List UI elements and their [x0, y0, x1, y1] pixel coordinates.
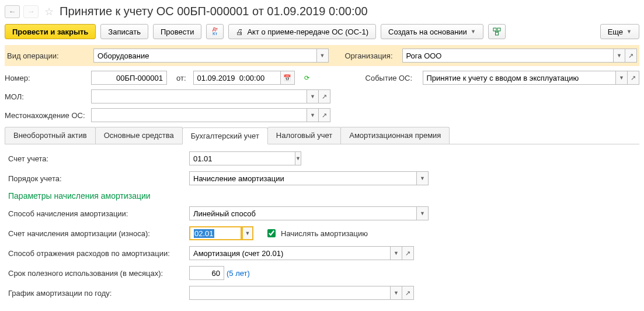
order-dropdown[interactable]: ▼ [417, 171, 429, 185]
life-label: Срок полезного использования (в месяцах)… [8, 269, 189, 278]
op-type-dropdown[interactable]: ▼ [317, 49, 329, 63]
org-open-button[interactable]: ↗ [625, 49, 637, 63]
op-type-input[interactable] [93, 49, 317, 63]
tab-tax-accounting[interactable]: Налоговый учет [267, 127, 341, 144]
order-input[interactable] [189, 171, 417, 185]
loc-label: Местонахождение ОС: [5, 111, 86, 120]
save-button[interactable]: Записать [100, 24, 148, 39]
am-checkbox-group[interactable]: Начислять амортизацию [265, 227, 368, 239]
post-and-close-button[interactable]: Провести и закрыть [5, 24, 96, 39]
am-checkbox-label: Начислять амортизацию [281, 229, 368, 238]
org-dropdown[interactable]: ▼ [614, 49, 625, 63]
exp-dropdown[interactable]: ▼ [391, 246, 402, 260]
schedule-label: График амортизации по году: [8, 289, 189, 298]
exp-input[interactable] [189, 246, 391, 260]
mol-label: МОЛ: [5, 92, 86, 101]
svg-rect-0 [493, 28, 496, 31]
method-input[interactable] [189, 206, 417, 220]
svg-rect-1 [497, 28, 500, 31]
svg-rect-2 [495, 32, 498, 35]
loc-input[interactable] [91, 108, 307, 122]
method-label: Способ начисления амортизации: [8, 209, 189, 218]
printer-icon: 🖨 [236, 27, 243, 36]
from-label: от: [176, 74, 186, 82]
nav-back-button[interactable]: ← [5, 5, 20, 18]
mol-input[interactable] [91, 89, 307, 103]
schedule-dropdown[interactable]: ▼ [391, 286, 402, 300]
life-hint: (5 лет) [227, 269, 250, 278]
favorite-star-icon[interactable]: ☆ [44, 5, 54, 18]
method-dropdown[interactable]: ▼ [417, 206, 429, 220]
org-label: Организация: [345, 51, 398, 60]
number-label: Номер: [5, 74, 86, 82]
dtkt-button[interactable]: ДтКт [206, 24, 224, 39]
date-input[interactable] [193, 71, 281, 85]
schedule-input[interactable] [189, 286, 391, 300]
number-input[interactable] [91, 71, 167, 85]
order-label: Порядок учета: [8, 174, 189, 183]
account-label: Счет учета: [8, 154, 189, 163]
more-button[interactable]: Еще▼ [600, 24, 639, 39]
exp-label: Способ отражения расходов по амортизации… [8, 249, 189, 258]
account-dropdown[interactable]: ▼ [295, 151, 301, 165]
nav-forward-button[interactable]: → [23, 5, 39, 18]
tab-fixed-assets[interactable]: Основные средства [95, 127, 183, 144]
op-type-label: Вид операции: [7, 51, 89, 60]
tab-depreciation-bonus[interactable]: Амортизационная премия [340, 127, 450, 144]
related-docs-button[interactable] [488, 24, 506, 39]
mol-open-button[interactable]: ↗ [319, 89, 330, 103]
post-button[interactable]: Провести [153, 24, 202, 39]
loc-dropdown[interactable]: ▼ [307, 108, 319, 122]
event-open-button[interactable]: ↗ [628, 71, 639, 85]
am-account-label: Счет начисления амортизации (износа): [8, 229, 189, 238]
mol-dropdown[interactable]: ▼ [307, 89, 319, 103]
org-input[interactable] [402, 49, 614, 63]
refresh-icon[interactable]: ⟳ [304, 74, 309, 82]
life-input[interactable] [189, 266, 224, 280]
event-input[interactable] [423, 71, 616, 85]
event-label: Событие ОС: [365, 74, 418, 82]
event-dropdown[interactable]: ▼ [616, 71, 628, 85]
tab-accounting[interactable]: Бухгалтерский учет [182, 127, 268, 144]
account-input[interactable] [189, 151, 295, 165]
am-account-dropdown[interactable]: ▼ [242, 226, 253, 240]
calendar-icon[interactable]: 📅 [281, 71, 295, 85]
exp-open-button[interactable]: ↗ [402, 246, 414, 260]
am-account-input[interactable]: 02.01 [189, 226, 242, 240]
page-title: Принятие к учету ОС 00БП-000001 от 01.09… [60, 5, 368, 18]
depreciation-section-header: Параметры начисления амортизации [8, 191, 636, 201]
schedule-open-button[interactable]: ↗ [402, 286, 414, 300]
tab-non-current-asset[interactable]: Внеоборотный актив [5, 127, 96, 144]
am-checkbox[interactable] [267, 229, 276, 237]
loc-open-button[interactable]: ↗ [319, 108, 330, 122]
create-based-on-button[interactable]: Создать на основании▼ [381, 24, 483, 39]
act-print-button[interactable]: 🖨Акт о приеме-передаче ОС (ОС-1) [228, 24, 376, 39]
